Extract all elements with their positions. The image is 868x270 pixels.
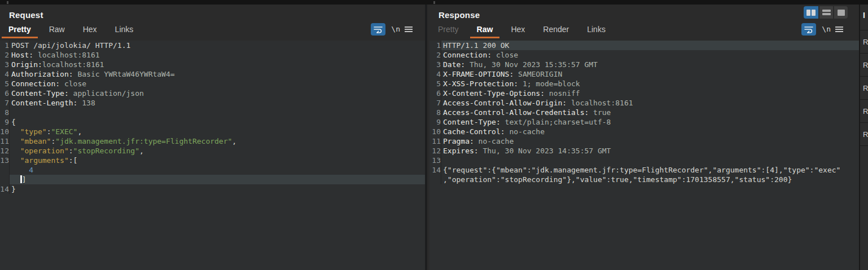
line-number: 8: [429, 108, 441, 117]
response-tabs: PrettyRawHexRenderLinks: [429, 24, 617, 34]
line-number: 12: [429, 146, 441, 156]
inspector-strip-item[interactable]: R: [860, 123, 868, 146]
request-code-line[interactable]: 4: [0, 165, 425, 175]
inspector-strip-item[interactable]: R: [860, 30, 868, 54]
request-code-line[interactable]: 1POST /api/jolokia/ HTTP/1.1: [0, 41, 425, 50]
response-code-line[interactable]: 6X-Content-Type-Options: nosniff: [429, 88, 859, 98]
code-text: ]: [10, 175, 425, 184]
code-segment: true: [589, 108, 611, 117]
response-code-line[interactable]: 13: [429, 156, 859, 165]
request-code-line[interactable]: 4Authorization: Basic YWRtaW46YWRtaW4=: [0, 69, 425, 79]
code-segment: ,"operation":"stopRecording"},"value":tr…: [443, 175, 792, 184]
request-code-line[interactable]: ]: [0, 175, 425, 184]
inspector-strip-title[interactable]: I: [860, 5, 868, 30]
request-code-line[interactable]: 6Content-Type: application/json: [0, 88, 425, 98]
response-tab-hex[interactable]: Hex: [504, 21, 532, 38]
hamburger-menu-icon[interactable]: [405, 25, 413, 33]
request-code-line[interactable]: 7Content-Length: 138: [0, 98, 425, 108]
request-tab-pretty[interactable]: Pretty: [2, 21, 38, 38]
response-editor[interactable]: 1HTTP/1.1 200 OK2Connection: close3Date:…: [429, 41, 859, 270]
code-segment: ,: [232, 137, 236, 145]
response-code-line[interactable]: 9Content-Type: text/plain;charset=utf-8: [429, 117, 859, 127]
splitter-handle[interactable]: [433, 1, 435, 4]
line-number: 13: [0, 156, 10, 165]
response-tab-links[interactable]: Links: [580, 21, 612, 38]
code-segment: {: [11, 118, 16, 126]
response-code-line[interactable]: 2Connection: close: [429, 50, 859, 60]
line-number: 6: [0, 88, 10, 98]
code-segment: [11, 137, 20, 145]
response-code-line[interactable]: ,"operation":"stopRecording"},"value":tr…: [429, 175, 859, 184]
code-segment: X-Content-Type-Options:: [443, 89, 545, 98]
response-code-line[interactable]: 10Cache-Control: no-cache: [429, 127, 859, 136]
code-segment: Pragma:: [443, 137, 474, 145]
inspector-strip-item[interactable]: R: [860, 54, 868, 77]
request-code-line[interactable]: 8: [0, 108, 425, 117]
response-code-line[interactable]: 11Pragma: no-cache: [429, 136, 859, 146]
request-code-line[interactable]: 13 "arguments":[: [0, 156, 425, 165]
response-code-line[interactable]: 7Access-Control-Allow-Origin: localhost:…: [429, 98, 859, 108]
split-columns-layout-icon[interactable]: [804, 6, 818, 19]
code-segment: no-cache: [505, 127, 545, 136]
request-panel: Request PrettyRawHexLinks \n 1POST /api/…: [0, 5, 427, 270]
word-wrap-icon[interactable]: [371, 23, 385, 36]
code-segment: ,: [139, 147, 144, 155]
code-text: "arguments":[: [10, 156, 425, 165]
hamburger-menu-icon[interactable]: [835, 25, 843, 33]
splitter-handle[interactable]: [7, 1, 8, 4]
line-number: 9: [429, 117, 441, 127]
code-segment: POST /api/jolokia/ HTTP/1.1: [11, 41, 130, 50]
request-code-line[interactable]: 2Host: localhost:8161: [0, 50, 425, 60]
code-text: Content-Length: 138: [10, 98, 425, 108]
response-code-line[interactable]: 5X-XSS-Protection: 1; mode=block: [429, 79, 859, 88]
code-segment: 4: [29, 166, 33, 174]
line-number: 14: [0, 184, 10, 194]
response-tab-raw[interactable]: Raw: [470, 21, 500, 38]
request-tab-links[interactable]: Links: [108, 21, 141, 38]
response-code-line[interactable]: 3Date: Thu, 30 Nov 2023 15:35:57 GMT: [429, 60, 859, 69]
line-number: 8: [0, 108, 10, 117]
code-segment: Content-Type:: [443, 118, 501, 126]
code-segment: Date:: [443, 60, 465, 69]
request-panel-title: Request: [9, 10, 425, 20]
inspector-collapsed-strip: IRRRRR: [859, 5, 868, 270]
line-number: 13: [429, 156, 441, 165]
request-tab-raw[interactable]: Raw: [42, 21, 72, 38]
split-rows-layout-icon[interactable]: [818, 6, 833, 19]
response-tab-bar: PrettyRawHexRenderLinks \n: [429, 21, 859, 38]
view-layout-segmented-control: [804, 6, 848, 19]
single-pane-layout-icon[interactable]: [833, 6, 848, 19]
code-text: Date: Thu, 30 Nov 2023 15:35:57 GMT: [441, 60, 859, 69]
request-code-line[interactable]: 5Connection: close: [0, 79, 425, 88]
code-segment: {"request":{"mbean":"jdk.management.jfr:…: [443, 166, 840, 174]
request-tab-hex[interactable]: Hex: [76, 21, 104, 38]
response-code-line[interactable]: 1HTTP/1.1 200 OK: [429, 41, 859, 50]
code-segment: [11, 166, 29, 174]
code-segment: [11, 156, 20, 165]
request-code-line[interactable]: 10 "type":"EXEC",: [0, 127, 425, 136]
code-segment: HTTP/1.1 200 OK: [443, 41, 509, 50]
response-panel-title: Response: [439, 10, 859, 20]
request-tab-bar: PrettyRawHexLinks \n: [0, 21, 425, 38]
request-code-line[interactable]: 11 "mbean":"jdk.management.jfr:type=Flig…: [0, 136, 425, 146]
response-code-line[interactable]: 8Access-Control-Allow-Credentials: true: [429, 108, 859, 117]
inspector-strip-item[interactable]: R: [860, 77, 868, 100]
response-tab-render[interactable]: Render: [536, 21, 576, 38]
request-code-line[interactable]: 9{: [0, 117, 425, 127]
newline-toggle-button[interactable]: \n: [391, 25, 400, 33]
code-segment: Content-Length:: [11, 99, 77, 107]
response-code-line[interactable]: 14{"request":{"mbean":"jdk.management.jf…: [429, 165, 859, 175]
request-code-line[interactable]: 14}: [0, 184, 425, 194]
code-text: Connection: close: [441, 50, 859, 60]
word-wrap-icon[interactable]: [801, 23, 816, 36]
inspector-strip-item[interactable]: R: [860, 100, 868, 123]
line-number: 11: [0, 136, 10, 146]
request-editor[interactable]: 1POST /api/jolokia/ HTTP/1.12Host: local…: [0, 41, 425, 270]
response-code-line[interactable]: 12Expires: Thu, 30 Nov 2023 14:35:57 GMT: [429, 146, 859, 156]
request-code-line[interactable]: 3Origin:localhost:8161: [0, 60, 425, 69]
newline-toggle-button[interactable]: \n: [822, 25, 831, 33]
request-code-line[interactable]: 12 "operation":"stopRecording",: [0, 146, 425, 156]
code-segment: Basic YWRtaW46YWRtaW4=: [73, 70, 175, 78]
code-segment: X-XSS-Protection:: [443, 79, 518, 88]
response-code-line[interactable]: 4X-FRAME-OPTIONS: SAMEORIGIN: [429, 69, 859, 79]
